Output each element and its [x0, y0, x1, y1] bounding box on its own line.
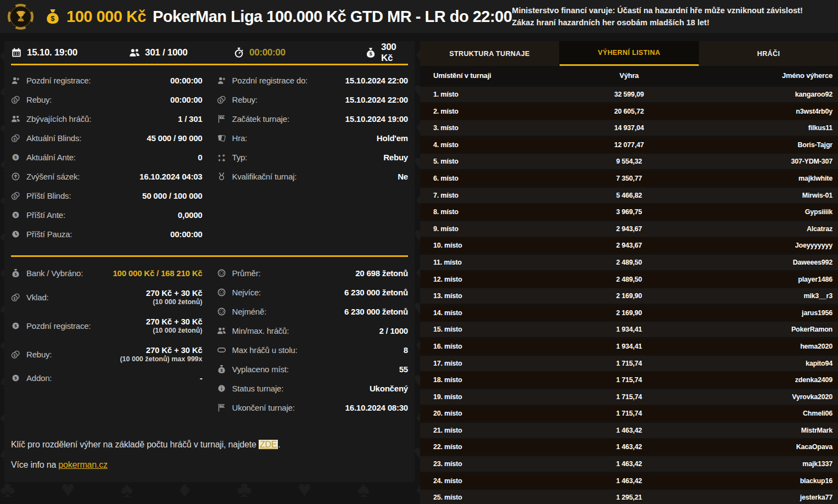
winner-row: 12. místo 2 489,50 player1486 — [420, 272, 838, 287]
winner-name: majklwhite — [690, 175, 838, 182]
info-row-average-stack: Průměr: 20 698 žetonů — [217, 264, 409, 283]
pokerman-logo[interactable] — [8, 4, 33, 30]
info-label: Addon: — [26, 373, 52, 383]
winner-amount: 1 463,42 — [568, 443, 690, 451]
info-row-remaining-players: Zbývajících hráčů: 1 / 301 — [11, 109, 203, 128]
info-row-late-registration-fee: $ Pozdní registrace: 270 Kč + 30 Kč (10 … — [11, 311, 203, 340]
info-label: Nejvíce: — [232, 288, 261, 297]
stat-timer: 00:00:00 — [233, 47, 365, 58]
bank-column-left: $ Bank / Vybráno: 100 000 Kč / 168 210 K… — [11, 264, 203, 388]
info-label: Aktuální Blinds: — [26, 133, 81, 143]
info-row-paid-places: $ Vyplaceno míst: 55 — [217, 360, 409, 379]
winner-row: 16. místo 1 934,41 hema2020 — [420, 339, 838, 354]
info-row-rebuy-fee: $ Rebuy: 270 Kč + 30 Kč (10 000 žetonů) … — [11, 340, 203, 368]
table-icon — [217, 345, 226, 355]
winner-name: Alcatraz — [690, 225, 838, 233]
info-value: 20 698 žetonů — [355, 268, 408, 278]
info-row-next-break: Příští Pauza: 00:00:00 — [11, 225, 203, 244]
trophy-icon — [10, 6, 31, 27]
stat-value: 00:00:00 — [249, 47, 286, 58]
info-row-min-max-players: Min/max. hráčů: 2 / 1000 — [217, 321, 409, 340]
info-value: 8 — [404, 345, 408, 355]
panel-footer: Klíč pro rozdělení výher na základě počt… — [11, 440, 408, 482]
winner-place: 17. místo — [420, 360, 568, 367]
winner-place: 5. místo — [420, 158, 568, 165]
info-value: 1 / 301 — [178, 114, 202, 124]
info-row-rebuy-until: $ Rebuy: 15.10.2024 22:00 — [217, 90, 409, 109]
winner-place: 8. místo — [420, 208, 568, 216]
more-info-text-before: Více info na — [11, 460, 58, 469]
column-header-win: Výhra — [568, 71, 690, 80]
winner-row: 9. místo 2 943,67 Alcatraz — [420, 221, 838, 237]
winner-row: 1. místo 32 599,09 kangaroo92 — [420, 87, 838, 102]
info-row-rebuy-timer: $ Rebuy: 00:00:00 — [11, 90, 203, 109]
winner-row: 15. místo 1 934,41 PokerRamon — [420, 322, 838, 337]
coins-icon: $ — [11, 350, 20, 359]
info-value: 00:00:00 — [170, 76, 202, 85]
info-row-next-blinds: $ Příští Blinds: 50 000 / 100 000 — [11, 186, 203, 205]
winner-row: 24. místo 1 463,42 blackup16 — [420, 473, 838, 489]
info-value: Rebuy — [383, 153, 408, 162]
winner-name: zdenka2409 — [690, 376, 838, 384]
winner-place: 10. místo — [420, 242, 568, 249]
info-row-next-ante: $ Příští Ante: 0,0000 — [11, 205, 203, 225]
flag-icon — [217, 114, 226, 124]
info-icon: i — [217, 384, 226, 393]
winner-amount: 20 605,72 — [568, 108, 690, 115]
info-value: 0 — [198, 153, 202, 162]
winner-row: 25. místo 1 295,21 jesterka77 — [420, 490, 838, 504]
winner-name: Boris-Tajgr — [690, 141, 838, 149]
winner-row: 13. místo 2 169,90 mik3__r3 — [420, 288, 838, 304]
info-value: 55 — [399, 365, 408, 374]
winner-name: Gypsiiiik — [690, 208, 838, 216]
tab-tournament-structure[interactable]: STRUKTURA TURNAJE — [420, 41, 560, 66]
info-value: 15.10.2024 22:00 — [345, 76, 408, 85]
winner-row: 11. místo 2 489,50 Daweees992 — [420, 255, 838, 270]
winner-row: 17. místo 1 715,74 kapito94 — [420, 356, 838, 371]
pokerman-link[interactable]: pokerman.cz — [58, 460, 107, 469]
info-label: Status turnaje: — [232, 384, 284, 393]
column-header-winner-name: Jméno výherce — [690, 71, 838, 80]
coins-icon: $ — [11, 133, 20, 143]
winner-place: 2. místo — [420, 108, 568, 115]
info-row-late-registration-until: Pozdní registrace do: 15.10.2024 22:00 — [217, 71, 409, 90]
tournament-title: PokerMan Liga 100.000 Kč GTD MR - LR do … — [153, 8, 512, 26]
winner-name: jesterka77 — [690, 494, 838, 501]
info-row-bank-collected: $ Bank / Vybráno: 100 000 Kč / 168 210 K… — [11, 264, 203, 283]
winner-amount: 1 715,74 — [568, 410, 690, 417]
money-bag-icon: $ — [44, 8, 61, 25]
stat-value: 301 / 1000 — [145, 47, 187, 58]
tab-players[interactable]: HRÁČI — [699, 41, 838, 66]
info-value: Ukončený — [370, 384, 408, 393]
winner-name: blackup16 — [690, 477, 838, 485]
winner-row: 7. místo 5 466,82 Mirwis-01 — [420, 188, 838, 203]
winner-row: 2. místo 20 605,72 n3wst4rb0y — [420, 104, 838, 119]
info-row-tournament-end: Ukončení turnaje: 16.10.2024 08:30 — [217, 398, 409, 417]
winner-row: 3. místo 14 937,04 filkus11 — [420, 120, 838, 136]
info-value: 00:00:00 — [170, 229, 202, 239]
payout-key-link[interactable]: ZDE — [259, 440, 278, 449]
info-value: 0,0000 — [178, 210, 203, 220]
winner-amount: 1 463,42 — [568, 427, 690, 434]
coins-icon: $ — [11, 191, 20, 200]
info-label: Zvýšení sázek: — [26, 172, 80, 181]
winner-name: majk1337 — [690, 460, 838, 468]
winner-place: 11. místo — [420, 259, 568, 266]
prize-amount: 100 000 Kč — [66, 8, 146, 26]
winner-name: Daweees992 — [690, 259, 838, 266]
winner-amount: 14 937,04 — [568, 124, 690, 132]
stopwatch-icon — [233, 47, 244, 58]
info-subvalue: (10 000 žetonů) — [146, 327, 203, 334]
info-label: Pozdní registrace: — [26, 76, 91, 85]
gambling-warning-line1: Ministerstvo financí varuje: Účastí na h… — [512, 4, 802, 16]
tab-winners-list[interactable]: VÝHERNÍ LISTINA — [560, 41, 699, 66]
winner-place: 3. místo — [420, 124, 568, 132]
info-row-type: ♠♥♦♣ Typ: Rebuy — [217, 148, 409, 167]
winner-amount: 3 969,75 — [568, 208, 690, 216]
winner-name: player1486 — [690, 276, 838, 283]
calendar-icon — [11, 47, 22, 58]
winner-amount: 2 489,50 — [568, 259, 690, 266]
winner-amount: 2 169,90 — [568, 292, 690, 300]
info-label: Příští Ante: — [26, 210, 65, 220]
user-plus-icon — [217, 76, 226, 85]
